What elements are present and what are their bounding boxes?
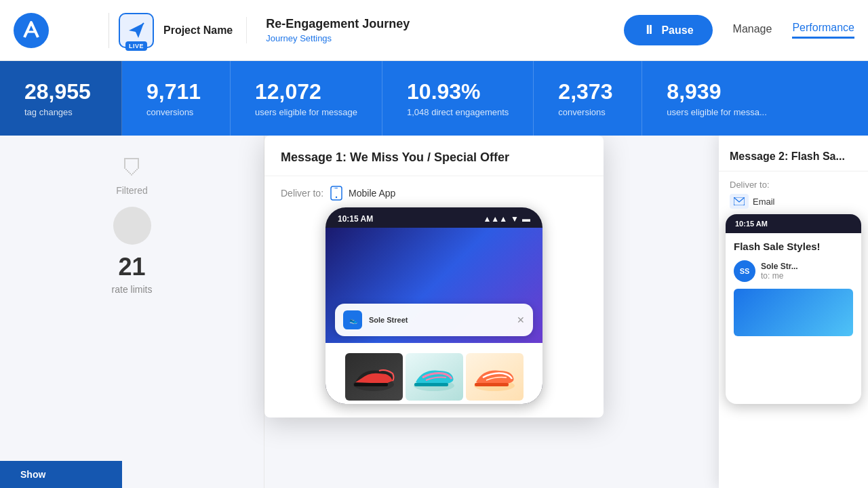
main-content: ⛉ Filtered 21 rate limits Message 1: We … bbox=[0, 136, 868, 488]
email-icon-container bbox=[730, 194, 749, 209]
message2-deliver-channel: Email bbox=[730, 194, 857, 209]
phone-mockup: 10:15 AM ▲▲▲ ▼ ▬ 👟 bbox=[326, 207, 542, 404]
mobile-app-icon bbox=[329, 186, 344, 201]
sender-name: Sole Str... bbox=[761, 262, 798, 271]
shoe-2 bbox=[406, 353, 463, 401]
battery-icon: ▬ bbox=[522, 214, 530, 224]
journey-title: Re-Engagement Journey bbox=[266, 17, 624, 31]
journey-info: Re-Engagement Journey Journey Settings bbox=[246, 17, 624, 43]
project-icon-wrapper: LIVE bbox=[119, 13, 154, 48]
notif-app-icon: 👟 bbox=[343, 310, 362, 329]
stat-value-engagements: 10.93% bbox=[407, 79, 509, 104]
svg-rect-8 bbox=[354, 383, 388, 386]
stat-eligible-1: 12,072 users eligible for message bbox=[231, 61, 382, 136]
header: LIVE Project Name Re-Engagement Journey … bbox=[0, 0, 868, 61]
stat-value-conversions-1: 9,711 bbox=[146, 79, 205, 104]
stat-label-conversions-2: conversions bbox=[558, 107, 617, 117]
sender-initials: SS bbox=[740, 267, 750, 275]
phone-container: 10:15 AM ▲▲▲ ▼ ▬ 👟 bbox=[264, 207, 604, 418]
stat-value-eligible-2: 8,939 bbox=[667, 79, 844, 104]
filter-count-label-left: rate limits bbox=[112, 284, 153, 295]
message2-deliver: Deliver to: Email bbox=[719, 171, 868, 214]
channel-name-1: Mobile App bbox=[349, 188, 395, 199]
pause-label: Pause bbox=[661, 24, 693, 37]
phone-status-bar: 10:15 AM ▲▲▲ ▼ ▬ bbox=[326, 207, 542, 228]
email-icon bbox=[734, 197, 745, 205]
shoe-icon-3 bbox=[469, 359, 520, 396]
svg-rect-4 bbox=[335, 188, 338, 188]
message1-title: Message 1: We Miss You / Special Offer bbox=[281, 150, 587, 165]
stat-conversions-2: 2,373 conversions bbox=[534, 61, 642, 136]
notification-popup: 👟 Sole Street ✕ bbox=[335, 304, 533, 336]
manage-link[interactable]: Manage bbox=[733, 23, 772, 38]
live-badge: LIVE bbox=[125, 41, 147, 51]
bottom-action-label: Show bbox=[20, 469, 45, 480]
message1-card: Message 1: We Miss You / Special Offer D… bbox=[264, 136, 604, 418]
email-time: 10:15 AM bbox=[735, 220, 768, 228]
project-info: Project Name bbox=[163, 24, 233, 37]
logo-area bbox=[14, 13, 102, 48]
message2-channel: Email bbox=[753, 197, 775, 207]
stat-label-conversions-1: conversions bbox=[146, 107, 205, 117]
stat-engagements: 10.93% 1,048 direct engagements bbox=[382, 61, 534, 136]
filter-circle-left bbox=[113, 207, 151, 245]
svg-point-2 bbox=[336, 197, 337, 198]
sender-to: to: me bbox=[761, 271, 798, 281]
message2-header: Message 2: Flash Sa... bbox=[719, 136, 868, 171]
shoe-icon-2 bbox=[409, 359, 460, 396]
email-banner bbox=[734, 289, 853, 336]
notif-close-icon: ✕ bbox=[517, 314, 525, 325]
sender-avatar: SS bbox=[734, 260, 755, 282]
message2-deliver-label: Deliver to: bbox=[730, 180, 857, 190]
pause-button[interactable]: ⏸ Pause bbox=[624, 15, 712, 45]
email-sender-row: SS Sole Str... to: me bbox=[734, 260, 853, 282]
shoes-display bbox=[326, 343, 542, 404]
stat-label-tag-changes: tag changes bbox=[24, 107, 97, 117]
app-logo-icon bbox=[14, 13, 49, 48]
shoe-3 bbox=[466, 353, 524, 401]
filtered-label-left: Filtered bbox=[116, 185, 148, 196]
svg-point-0 bbox=[14, 13, 49, 48]
send-icon bbox=[126, 20, 146, 41]
stat-value-conversions-2: 2,373 bbox=[558, 79, 617, 104]
stat-value-tag-changes: 28,955 bbox=[24, 79, 97, 104]
phone-background: 👟 Sole Street ✕ bbox=[326, 228, 542, 343]
signal-icon: ▲▲▲ bbox=[483, 214, 507, 224]
shoe-icon-1 bbox=[349, 359, 399, 396]
svg-rect-10 bbox=[414, 383, 448, 386]
journey-settings-link[interactable]: Journey Settings bbox=[266, 33, 624, 43]
filter-count-left: 21 bbox=[118, 253, 145, 281]
email-mockup: 10:15 AM Flash Sale Styles! SS Sole Str.… bbox=[726, 214, 861, 404]
message1-header: Message 1: We Miss You / Special Offer bbox=[264, 136, 604, 176]
header-actions: ⏸ Pause Manage Performance bbox=[624, 15, 854, 45]
message2-title: Message 2: Flash Sa... bbox=[730, 150, 857, 163]
deliver-channel-1: Mobile App bbox=[329, 186, 395, 201]
email-status-bar: 10:15 AM bbox=[726, 214, 861, 233]
project-block: LIVE Project Name bbox=[108, 13, 233, 48]
deliver-section-1: Deliver to: Mobile App bbox=[264, 176, 604, 207]
message2-card: Message 2: Flash Sa... Deliver to: Email… bbox=[719, 136, 868, 488]
stat-label-eligible-2: users eligible for messa... bbox=[667, 107, 844, 117]
pause-icon: ⏸ bbox=[643, 23, 655, 37]
deliver-to-label-1: Deliver to: bbox=[281, 188, 323, 199]
left-panel: ⛉ Filtered 21 rate limits bbox=[0, 136, 264, 488]
svg-rect-12 bbox=[475, 383, 509, 386]
performance-link[interactable]: Performance bbox=[792, 22, 854, 39]
stat-tag-changes: 28,955 tag changes bbox=[0, 61, 122, 136]
svg-text:👟: 👟 bbox=[349, 316, 358, 325]
stat-label-engagements: 1,048 direct engagements bbox=[407, 107, 509, 117]
shoe-1 bbox=[345, 353, 403, 401]
stat-conversions-1: 9,711 conversions bbox=[122, 61, 231, 136]
phone-status-icons: ▲▲▲ ▼ ▬ bbox=[483, 214, 530, 224]
phone-time: 10:15 AM bbox=[338, 214, 373, 224]
notif-app-name: Sole Street bbox=[369, 316, 408, 324]
email-subject: Flash Sale Styles! bbox=[734, 240, 853, 253]
email-content: Flash Sale Styles! SS Sole Str... to: me bbox=[726, 233, 861, 343]
wifi-icon: ▼ bbox=[511, 214, 519, 224]
project-name: Project Name bbox=[163, 24, 233, 37]
stat-label-eligible-1: users eligible for message bbox=[255, 107, 357, 117]
stats-bar: 28,955 tag changes 9,711 conversions 12,… bbox=[0, 61, 868, 136]
stat-eligible-2: 8,939 users eligible for messa... bbox=[642, 61, 868, 136]
stat-value-eligible-1: 12,072 bbox=[255, 79, 357, 104]
filter-icon-left: ⛉ bbox=[121, 156, 143, 181]
